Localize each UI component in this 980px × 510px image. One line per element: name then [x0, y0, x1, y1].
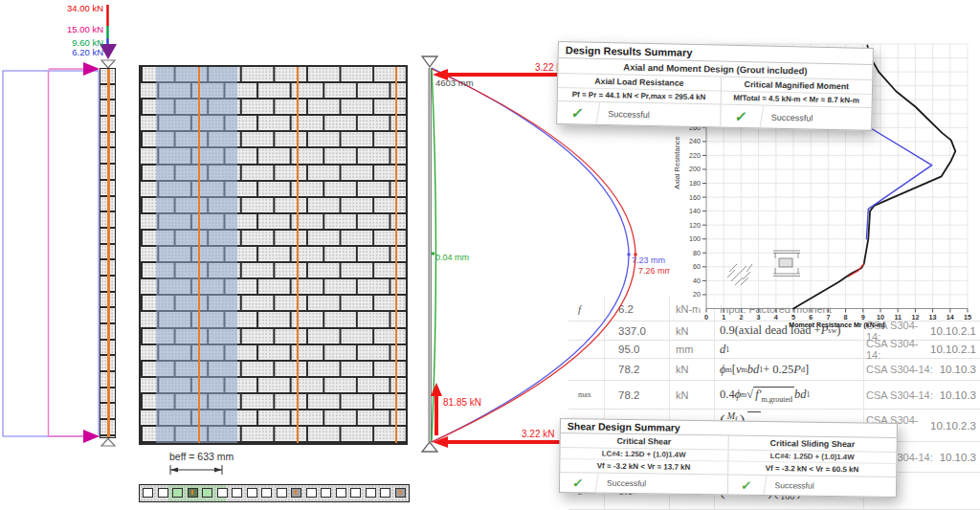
x-tick-label: 14 [947, 313, 954, 322]
x-tick-label: 15 [964, 313, 971, 322]
lateral-arrow-top-head [83, 62, 100, 76]
unit-cell: kN [670, 359, 715, 380]
x-tick-label: 11 [894, 313, 902, 322]
load-label: 6.20 kN [72, 47, 103, 57]
x-tick-label: 8 [844, 313, 848, 322]
block-cell [350, 488, 361, 498]
formula-cell: ϕm[vmbd1 + 0.25Pd] [715, 359, 864, 380]
y-tick-label: 40 [693, 277, 701, 285]
formula-cell: 0.4ϕm√f′m,groutedbd1 [715, 381, 864, 409]
wall-elevation [139, 65, 408, 445]
y-tick-label: 80 [693, 249, 701, 257]
block-cell [306, 488, 317, 498]
wall-side-strip [100, 68, 116, 438]
clause-reference: 10.10.3 [940, 389, 976, 401]
bottom-support-triangle [101, 439, 115, 447]
y-tick-label: 20 [693, 290, 701, 299]
effective-width-overlay [156, 67, 237, 443]
reference-cell: CSA S304-14:10.10.3 [864, 381, 980, 409]
blue-deflection-label: 7.23 mm [632, 255, 665, 265]
x-tick-label: 3 [757, 313, 761, 322]
x-tick-label: 2 [739, 313, 743, 322]
status-text: Successful [762, 112, 813, 122]
block-cell [247, 488, 257, 498]
y-tick-label: 180 [689, 179, 701, 188]
block-cell-grouted [395, 488, 406, 498]
shear-design-summary-popup[interactable]: Shear Design Summary Critical Shear LC#4… [559, 418, 898, 498]
x-tick-label: 12 [911, 313, 919, 322]
rebar-tick [295, 490, 297, 495]
lateral-arrow-bottom-head [83, 430, 100, 443]
block-cell [261, 488, 272, 498]
clause-reference: 10.10.3 [940, 364, 976, 375]
wall-height-label: 4603 mm [435, 78, 474, 88]
block-cell [143, 488, 153, 498]
app-canvas: { "left_loads": { "labels": [ {"text": "… [0, 0, 980, 510]
block-cell [321, 488, 331, 498]
green-deflection-label: 0.04 mm [435, 253, 469, 262]
rebar-tick [191, 490, 193, 495]
check-icon: ✓ [559, 473, 599, 493]
vertical-bar-line [297, 67, 299, 443]
y-tick-label: 200 [689, 165, 701, 173]
top-support-triangle [422, 56, 437, 67]
x-axis-title: Moment Resistance Mr (kN-m) [789, 322, 884, 329]
load-label: 15.00 kN [67, 24, 103, 34]
vertical-bar-line [395, 67, 397, 443]
x-tick-label: 1 [722, 313, 725, 322]
code-reference: CSA S304-14: [866, 389, 933, 401]
block-cell [277, 488, 287, 498]
check-icon: ✓ [726, 475, 767, 495]
x-tick-label: 4 [774, 313, 778, 322]
block-cell [380, 488, 390, 498]
top-support-triangle [101, 60, 115, 68]
x-tick-label: 6 [809, 313, 813, 322]
code-reference: CSA S304-14: [866, 364, 933, 375]
wind-load-outline [3, 71, 99, 436]
y-tick-label: 240 [689, 137, 701, 145]
block-cell-effective [202, 488, 212, 498]
clause-reference: 10.10.2.3 [930, 420, 976, 432]
clause-reference: 10.10.3 [940, 452, 976, 463]
block-cell [158, 488, 168, 498]
y-tick-label: 160 [689, 193, 701, 202]
block-cell [232, 488, 242, 498]
y-tick-label: 120 [689, 221, 701, 230]
x-tick-label: 10 [877, 313, 884, 322]
status-text: Successful [598, 108, 650, 119]
load-label: 34.00 kN [67, 3, 103, 13]
y-axis-title: Axial Resistance [673, 136, 681, 188]
check-icon: ✓ [556, 101, 601, 124]
beff-dimension-line [139, 448, 301, 478]
bottom-support-triangle [422, 442, 437, 452]
block-cell-effective [172, 488, 183, 498]
vertical-reaction-label: 81.85 kN [443, 397, 481, 408]
unit-cell: kN [670, 381, 715, 409]
x-tick-label: 9 [861, 313, 865, 322]
block-cell-grouted-effective [188, 488, 198, 498]
reference-cell: CSA S304-14:10.10.3 [864, 359, 980, 380]
load-diagram: 34.00 kN 15.00 kN 9.60 kN 6.20 kN [0, 0, 139, 510]
x-tick-label: 5 [791, 313, 795, 322]
design-results-summary-popup[interactable]: Design Results Summary Axial and Moment … [556, 41, 874, 131]
y-tick-label: 140 [689, 207, 701, 215]
vertical-bar-line [198, 67, 200, 443]
wall-cross-section [139, 484, 410, 502]
y-tick-label: 100 [689, 234, 701, 243]
status-text: Successful [597, 478, 646, 489]
block-cell [217, 488, 228, 498]
bottom-reaction-label: 3.22 kN [522, 429, 554, 439]
block-cell-grouted [291, 488, 301, 498]
x-tick-label: 0 [704, 313, 708, 322]
block-cell [366, 488, 376, 498]
y-tick-label: 60 [693, 262, 701, 271]
status-text: Successful [765, 480, 813, 491]
check-icon: ✓ [719, 105, 764, 128]
x-tick-label: 7 [826, 313, 830, 322]
y-tick-label: 220 [689, 151, 701, 160]
rebar-tick [399, 490, 401, 495]
block-cell [336, 488, 346, 498]
vertical-bar-line [107, 69, 110, 437]
x-tick-label: 13 [929, 313, 937, 322]
